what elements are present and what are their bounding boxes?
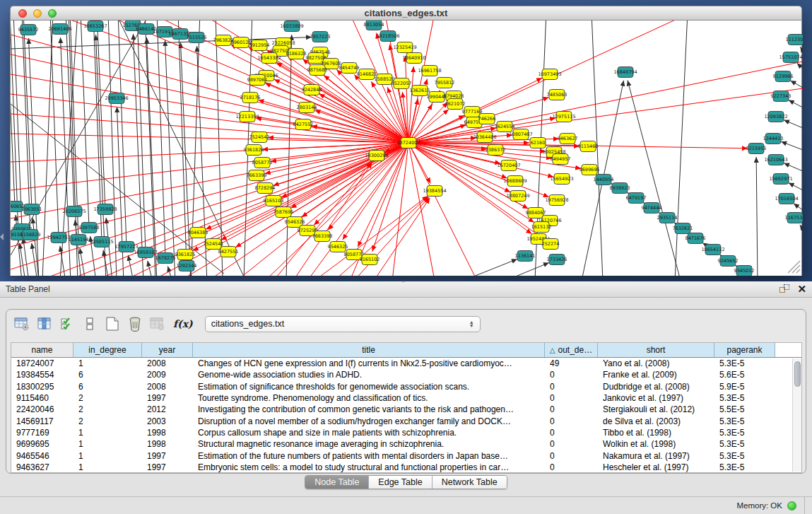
resize-grip-icon[interactable] — [788, 261, 800, 273]
column-header-short[interactable]: short — [598, 343, 714, 357]
table-cell[interactable]: 1 — [73, 462, 142, 472]
table-cell[interactable]: 5.3E-5 — [714, 462, 775, 472]
table-cell[interactable]: Yano et al. (2008) — [598, 358, 714, 368]
table-cell[interactable]: 0 — [545, 451, 598, 461]
table-cell[interactable]: Estimation of the future numbers of pati… — [193, 451, 545, 461]
table-cell[interactable]: 1997 — [142, 451, 193, 461]
table-cell[interactable]: 0 — [545, 382, 598, 392]
table-cell[interactable]: 9115460 — [11, 393, 73, 403]
table-cell[interactable]: Corpus callosum shape and size in male p… — [193, 428, 545, 438]
table-cell[interactable]: Embryonic stem cells: a model to study s… — [193, 462, 545, 472]
column-header-year[interactable]: year — [142, 343, 193, 357]
table-cell[interactable]: 5.5E-5 — [714, 404, 775, 414]
table-cell[interactable]: 5.6E-5 — [714, 370, 775, 380]
close-window-icon[interactable] — [18, 9, 27, 18]
table-cell[interactable]: 9463627 — [11, 462, 73, 472]
zoom-window-icon[interactable] — [48, 9, 57, 18]
column-header-title[interactable]: title — [193, 343, 545, 357]
table-cell[interactable]: 5.3E-5 — [714, 358, 775, 368]
table-scrollbar[interactable] — [792, 358, 801, 472]
column-checklist-button[interactable] — [57, 315, 76, 333]
table-cell[interactable]: 2008 — [142, 382, 193, 392]
create-column-button[interactable] — [102, 315, 122, 333]
table-cell[interactable]: Estimation of significance thresholds fo… — [193, 382, 545, 392]
table-cell[interactable]: Stergiakouli et al. (2012) — [598, 404, 714, 414]
table-cell[interactable]: 18300295 — [11, 382, 73, 392]
delete-table-button[interactable] — [148, 315, 167, 333]
table-settings-button[interactable] — [12, 315, 31, 333]
function-builder-button[interactable]: f(x) — [173, 318, 193, 329]
table-cell[interactable]: Jankovic et al. (1997) — [598, 393, 714, 403]
table-row[interactable]: 977716911998Corpus callosum shape and si… — [11, 427, 801, 438]
tab-node-table[interactable]: Node Table — [305, 476, 369, 489]
table-row[interactable]: 911546021997Tourette syndrome. Phenomeno… — [11, 392, 801, 404]
table-cell[interactable]: 5.9E-5 — [714, 382, 775, 392]
table-cell[interactable]: 0 — [545, 393, 598, 403]
table-cell[interactable]: Changes of HCN gene expression and I(f) … — [193, 358, 545, 368]
memory-ok-icon[interactable] — [787, 501, 796, 510]
table-cell[interactable]: 6 — [73, 382, 142, 392]
table-row[interactable]: 1872400712008Changes of HCN gene express… — [11, 358, 801, 369]
collapse-panel-handle-icon[interactable] — [0, 233, 4, 240]
table-cell[interactable]: 2 — [73, 404, 142, 414]
toggle-columns-button[interactable] — [35, 315, 54, 333]
table-cell[interactable]: 2003 — [142, 416, 193, 426]
table-cell[interactable]: 2 — [73, 416, 142, 426]
table-cell[interactable]: Hescheler et al. (1997) — [598, 462, 714, 472]
network-window-titlebar[interactable]: citations_edges.txt — [10, 6, 802, 21]
table-cell[interactable]: 5.3E-5 — [714, 393, 775, 403]
table-cell[interactable]: 5.3E-5 — [714, 428, 775, 438]
table-cell[interactable]: 0 — [545, 370, 598, 380]
scrollbar-thumb[interactable] — [794, 361, 801, 387]
table-cell[interactable]: 6 — [73, 370, 142, 380]
table-row[interactable]: 1830029562008Estimation of significance … — [11, 381, 801, 392]
network-canvas[interactable]: 1872400779638228960128891295423226058982… — [10, 21, 802, 276]
table-row[interactable]: 946362711997Embryonic stem cells: a mode… — [11, 462, 801, 473]
table-cell[interactable]: 2009 — [142, 370, 193, 380]
table-row[interactable]: 1456911722003Disruption of a novel membe… — [11, 415, 801, 426]
table-cell[interactable]: Tibbo et al. (1998) — [598, 428, 714, 438]
table-cell[interactable]: 1 — [73, 358, 142, 368]
row-view-button[interactable] — [80, 315, 99, 333]
table-cell[interactable]: 1 — [73, 451, 142, 461]
column-header-pagerank[interactable]: pagerank — [714, 343, 775, 357]
table-cell[interactable]: Nakamura et al. (1997) — [598, 451, 714, 461]
table-cell[interactable]: Genome-wide association studies in ADHD. — [193, 370, 545, 380]
table-cell[interactable]: 0 — [545, 416, 598, 426]
delete-column-button[interactable] — [125, 315, 144, 333]
close-panel-icon[interactable]: ✕ — [797, 284, 806, 294]
table-cell[interactable]: 1997 — [142, 462, 193, 472]
table-cell[interactable]: 2 — [73, 393, 142, 403]
table-cell[interactable]: Disruption of a novel member of a sodium… — [193, 416, 545, 426]
splitter-grip-icon[interactable]: ⌃ — [401, 280, 406, 287]
table-cell[interactable]: 22420046 — [11, 404, 73, 414]
table-cell[interactable]: Tourette syndrome. Phenomenology and cla… — [193, 393, 545, 403]
table-cell[interactable]: 0 — [545, 439, 598, 449]
table-cell[interactable]: Dudbridge et al. (2008) — [598, 382, 714, 392]
table-cell[interactable]: 9465546 — [11, 451, 73, 461]
table-cell[interactable]: 5.3E-5 — [714, 416, 775, 426]
table-cell[interactable]: 5.3E-5 — [714, 451, 775, 461]
column-header-name[interactable]: name — [11, 343, 73, 357]
table-cell[interactable]: de Silva et al. (2003) — [598, 416, 714, 426]
table-row[interactable]: 946554611997Estimation of the future num… — [11, 450, 801, 461]
table-cell[interactable]: 14569117 — [11, 416, 73, 426]
table-cell[interactable]: 1998 — [142, 439, 193, 449]
table-cell[interactable]: 2008 — [142, 358, 193, 368]
table-cell[interactable]: 9699695 — [11, 439, 73, 449]
table-select-dropdown[interactable]: citations_edges.txt ▲▼ — [205, 316, 481, 332]
table-cell[interactable]: Structural magnetic resonance image aver… — [193, 439, 545, 449]
float-panel-icon[interactable] — [779, 284, 790, 294]
tab-edge-table[interactable]: Edge Table — [369, 476, 432, 489]
tab-network-table[interactable]: Network Table — [433, 476, 507, 489]
table-cell[interactable]: Wolkin et al. (1998) — [598, 439, 714, 449]
table-cell[interactable]: 0 — [545, 404, 598, 414]
table-cell[interactable]: 1998 — [142, 428, 193, 438]
table-cell[interactable]: 1 — [73, 428, 142, 438]
table-cell[interactable]: 5.3E-5 — [714, 439, 775, 449]
table-cell[interactable]: Franke et al. (2009) — [598, 370, 714, 380]
table-row[interactable]: 2242004622012Investigating the contribut… — [11, 404, 801, 415]
table-row[interactable]: 1938455462009Genome-wide association stu… — [11, 369, 801, 380]
table-cell[interactable]: Investigating the contribution of common… — [193, 404, 545, 414]
table-cell[interactable]: 49 — [545, 358, 598, 368]
